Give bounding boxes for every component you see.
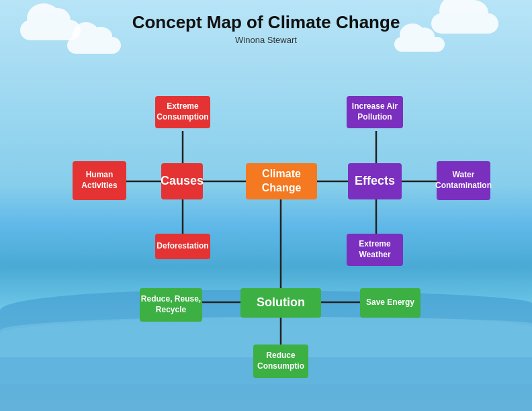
- node-reduce-consumption: ReduceConsumptio: [253, 345, 308, 378]
- node-effects: Effects: [348, 163, 402, 199]
- node-water-contamination: WaterContamination: [437, 161, 490, 200]
- node-human-activities: HumanActivities: [73, 161, 126, 200]
- node-solution: Solution: [240, 288, 321, 318]
- connector-lines: [34, 50, 497, 393]
- node-causes: Causes: [161, 163, 203, 199]
- concept-map: HumanActivities Causes Climate Change Ef…: [34, 50, 497, 393]
- node-reduce-reuse-recycle: Reduce, Reuse,Recycle: [140, 288, 202, 322]
- page-title: Concept Map of Climate Change: [0, 0, 532, 33]
- node-deforestation: Deforestation: [155, 234, 210, 259]
- page-content: Concept Map of Climate Change Winona Ste…: [0, 0, 532, 411]
- node-extreme-weather: ExtremeWeather: [347, 234, 403, 266]
- node-save-energy: Save Energy: [360, 288, 420, 318]
- node-extreme-consumption: ExtremeConsumption: [155, 96, 210, 128]
- author-subtitle: Winona Stewart: [0, 35, 532, 45]
- node-climate-change: Climate Change: [246, 163, 317, 199]
- node-increase-air-pollution: Increase AirPollution: [347, 96, 403, 128]
